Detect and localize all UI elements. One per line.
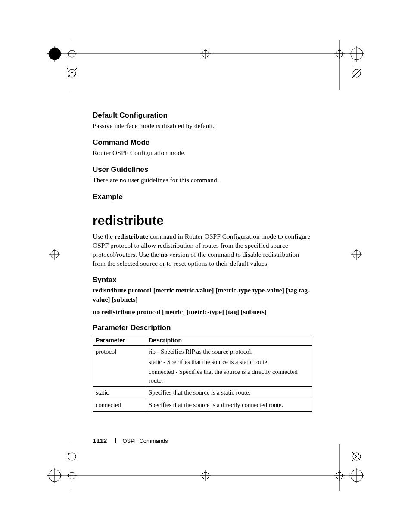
syntax-line-1: redistribute protocol [metric metric-val…	[93, 286, 312, 304]
text-user-guidelines: There are no user guidelines for this co…	[93, 176, 312, 185]
parameter-table: Parameter Description protocol rip - Spe…	[93, 335, 312, 411]
cell-desc-line: static - Specifies that the source is a …	[149, 358, 309, 367]
syntax-line-2: no redistribute protocol [metric] [metri…	[93, 308, 312, 317]
table-row: static Specifies that the source is a st…	[93, 387, 312, 399]
cell-desc-line: rip - Specifies RIP as the source protoc…	[149, 348, 309, 356]
page-footer: 1112 OSPF Commands	[93, 437, 168, 445]
cell-desc: Specifies that the source is a directly …	[146, 399, 312, 412]
page-number: 1112	[93, 437, 107, 444]
desc-pre: Use the	[93, 233, 115, 240]
table-row: protocol rip - Specifies RIP as the sour…	[93, 346, 312, 387]
chapter-title: OSPF Commands	[122, 438, 168, 444]
heading-command-mode: Command Mode	[93, 138, 312, 147]
heading-example: Example	[93, 193, 312, 201]
desc-no-bold: no	[161, 251, 168, 258]
page-content: Default Configuration Passive interface …	[93, 111, 312, 412]
cell-param: protocol	[93, 346, 146, 387]
table-header-row: Parameter Description	[93, 335, 312, 346]
cell-desc-line: Specifies that the source is a static ro…	[149, 389, 309, 397]
command-description: Use the redistribute command in Router O…	[93, 232, 312, 268]
text-command-mode: Router OSPF Configuration mode.	[93, 149, 312, 158]
cell-desc-line: connected - Specifies that the source is…	[149, 368, 309, 385]
table-row: connected Specifies that the source is a…	[93, 399, 312, 412]
svg-point-24	[49, 48, 61, 60]
heading-default-config: Default Configuration	[93, 111, 312, 120]
cell-desc: rip - Specifies RIP as the source protoc…	[146, 346, 312, 387]
command-title: redistribute	[93, 213, 312, 228]
col-description: Description	[146, 335, 312, 346]
desc-cmd-bold: redistribute	[115, 233, 148, 240]
cell-param: static	[93, 387, 146, 399]
text-default-config: Passive interface mode is disabled by de…	[93, 121, 312, 131]
heading-user-guidelines: User Guidelines	[93, 165, 312, 174]
cell-desc-line: Specifies that the source is a directly …	[149, 401, 309, 410]
cell-param: connected	[93, 399, 146, 412]
heading-parameter-description: Parameter Description	[93, 324, 312, 332]
footer-divider	[115, 438, 116, 443]
col-parameter: Parameter	[93, 335, 146, 346]
cell-desc: Specifies that the source is a static ro…	[146, 387, 312, 399]
heading-syntax: Syntax	[93, 276, 312, 284]
